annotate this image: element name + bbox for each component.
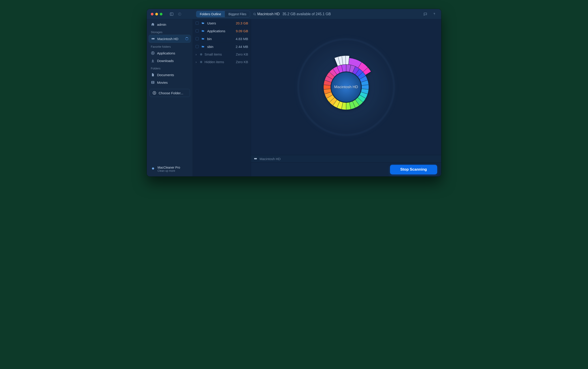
checkbox[interactable] [196,21,199,25]
chevron-right-icon: › [196,60,198,64]
section-folders-label: Folders [149,64,191,71]
path-bar: Macintosh HD [251,155,441,163]
row-name: Applications [207,29,231,33]
toolbar-right [423,12,441,16]
status-volume-name: Macintosh HD [257,12,280,16]
tab-biggest-files[interactable]: Biggest Files [225,11,250,17]
row-size: 9.09 GB [233,29,248,33]
search-icon[interactable] [253,12,256,16]
path-current[interactable]: Macintosh HD [259,157,280,161]
folder-icon [201,29,205,33]
list-row[interactable]: Users 20.3 GB [193,19,251,27]
feedback-icon[interactable] [423,12,427,16]
users-folder-icon [201,21,205,25]
checkbox[interactable] [196,45,199,48]
tab-folders-outline[interactable]: Folders Outline [196,11,225,17]
sidebar-item-label: Movies [157,81,168,84]
row-name: Small items [205,52,231,56]
section-storages-label: Storages [149,28,191,35]
svg-point-3 [253,13,255,15]
sidebar-item-user[interactable]: admin [149,20,191,28]
sunburst-area: Macintosh HD [251,19,441,155]
list-row-small-items[interactable]: › Small items Zero KB [193,51,251,58]
sunburst-chart[interactable]: Macintosh HD [313,53,380,121]
row-size: 4.83 MB [233,37,248,41]
zoom-window-button[interactable] [160,13,162,15]
row-size: Zero KB [233,60,248,64]
list-row[interactable]: Applications 9.09 GB [193,27,251,35]
app-store-icon [151,51,155,55]
stop-scanning-button[interactable]: Stop Scanning [390,164,437,174]
snowflake-icon [151,167,155,171]
close-window-button[interactable] [151,13,153,15]
drive-icon [151,37,155,41]
view-mode-segmented: Folders Outline Biggest Files [196,11,250,18]
svg-point-2 [178,13,181,15]
row-name: bin [207,37,231,41]
home-icon [151,22,155,26]
window-controls [147,12,193,16]
row-name: Hidden items [205,60,231,64]
sidebar-promo[interactable]: MacCleaner Pro Clean up more [149,164,191,174]
sidebar-item-applications[interactable]: Applications [149,49,191,57]
toolbar: Folders Outline Biggest Files Macintosh … [147,9,441,19]
movie-icon [151,80,155,84]
list-row[interactable]: bin 4.83 MB [193,35,251,43]
sidebar-item-label: Applications [157,51,175,55]
minimize-window-button[interactable] [155,13,158,15]
row-name: Users [207,21,231,25]
document-icon [151,73,155,77]
sidebar-item-documents[interactable]: Documents [149,71,191,79]
svg-point-16 [203,23,203,23]
dot-icon [200,61,202,63]
drive-icon [254,157,257,161]
section-favorites-label: Favorite folders [149,43,191,49]
list-row-hidden-items[interactable]: › Hidden items Zero KB [193,58,251,66]
scanning-spinner-icon [185,37,188,40]
sidebar-toggle-icon[interactable] [169,12,174,16]
download-icon [151,59,155,63]
row-size: 20.3 GB [233,21,248,25]
dot-icon [200,53,202,56]
svg-rect-6 [151,38,155,39]
row-name: sbin [207,45,231,49]
main-panel: Macintosh HD Macintosh HD Stop Scanning [251,19,441,176]
svg-point-7 [152,39,153,39]
list-row[interactable]: sbin 2.44 MB [193,43,251,51]
row-size: Zero KB [233,52,248,56]
toolbar-status: Macintosh HD 35.2 GB available of 245.1 … [257,12,331,16]
sidebar-item-movies[interactable]: Movies [149,79,191,86]
app-window: Folders Outline Biggest Files Macintosh … [147,9,441,176]
svg-rect-0 [170,13,173,15]
svg-rect-24 [254,158,257,159]
sidebar-item-label: Macintosh HD [157,37,178,41]
row-size: 2.44 MB [233,45,248,49]
status-availability: 35.2 GB available of 245.1 GB [282,12,331,16]
back-icon[interactable] [178,12,182,16]
sidebar-item-macintosh-hd[interactable]: Macintosh HD [149,35,191,43]
sidebar-item-label: Documents [157,73,174,77]
choose-folder-label: Choose Folder... [159,91,183,95]
folder-list: Users 20.3 GB Applications 9.09 GB bin 4… [193,19,251,176]
help-icon[interactable] [432,12,436,16]
checkbox[interactable] [196,37,199,40]
sidebar-item-downloads[interactable]: Downloads [149,57,191,64]
toolbar-left-icons [169,12,182,16]
folder-icon [201,45,205,49]
promo-title: MacCleaner Pro [158,166,180,169]
footer: Stop Scanning [251,163,441,176]
sidebar: admin Storages Macintosh HD Favorite fol… [147,19,193,176]
sidebar-user-label: admin [157,23,166,26]
sidebar-item-label: Downloads [157,59,174,63]
plus-circle-icon [152,91,156,95]
checkbox[interactable] [196,29,199,32]
svg-point-18 [331,72,361,102]
promo-subtitle: Clean up more [158,169,180,172]
folder-icon [201,37,205,41]
svg-line-4 [255,15,256,15]
choose-folder-button[interactable]: Choose Folder... [149,89,190,97]
chevron-right-icon: › [196,52,198,56]
